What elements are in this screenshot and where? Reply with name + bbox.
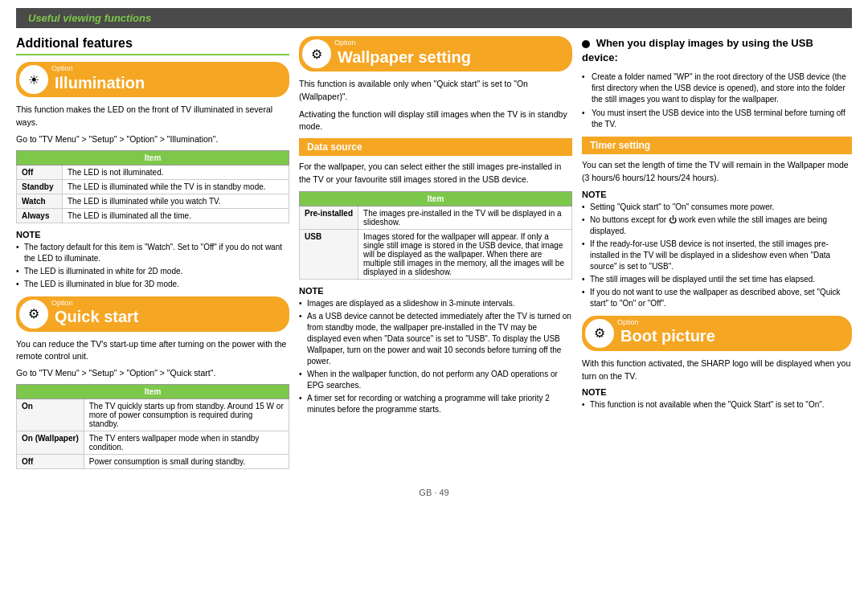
wallpaper-table: Item Pre-installed The images pre-instal… (299, 191, 572, 280)
table-row: On The TV quickly starts up from standby… (17, 399, 289, 431)
mid-column: ⚙ Option Wallpaper setting This function… (299, 36, 572, 422)
table-row: Pre-installed The images pre-installed i… (300, 206, 572, 229)
illumination-table: Item Off The LED is not illuminated. Sta… (16, 150, 289, 223)
right-column: When you display images by using the USB… (582, 36, 852, 417)
table-cell-item: Off (17, 165, 63, 179)
illumination-table-header: Item (17, 150, 289, 165)
illumination-option-header: ☀ Option Illumination (16, 62, 289, 97)
list-item: The still images will be displayed until… (582, 274, 852, 285)
list-item: If the ready-for-use USB device is not i… (582, 239, 852, 272)
list-item: No buttons except for ⏻ work even while … (582, 215, 852, 237)
table-cell-desc: The LED is illuminated all the time. (62, 208, 289, 223)
timer-setting-header: Timer setting (582, 137, 852, 154)
table-cell-item: Watch (17, 194, 63, 208)
list-item: The factory default for this item is "Wa… (16, 242, 289, 264)
table-cell-desc: Power consumption is small during standb… (84, 455, 289, 469)
illumination-icon: ☀ (19, 65, 48, 94)
wallpaper-option-badge: Option (334, 39, 356, 47)
left-column: Additional features ☀ Option Illuminatio… (16, 36, 289, 476)
illumination-note: NOTE The factory default for this item i… (16, 230, 289, 290)
page: Useful viewing functions Additional feat… (0, 0, 868, 513)
timer-note: NOTE Setting "Quick start" to "On" consu… (582, 190, 852, 309)
quickstart-table: Item On The TV quickly starts up from st… (16, 384, 289, 469)
table-cell-item: On (Wallpaper) (17, 431, 84, 455)
wallpaper-note-title: NOTE (299, 286, 572, 296)
list-item: Setting "Quick start" to "On" consumes m… (582, 202, 852, 213)
table-row: Off Power consumption is small during st… (17, 455, 289, 469)
quickstart-body: You can reduce the TV's start-up time af… (16, 338, 289, 364)
table-row: Standby The LED is illuminated while the… (17, 179, 289, 194)
table-row: USB Images stored for the wallpaper will… (300, 229, 572, 279)
quickstart-table-header: Item (17, 385, 289, 399)
bootpicture-option-badge: Option (617, 318, 639, 326)
quickstart-option-badge: Option (51, 299, 73, 307)
list-item: Create a folder named "WP" in the root d… (582, 72, 852, 105)
timer-setting-body: You can set the length of time the TV wi… (582, 159, 852, 185)
table-cell-desc: The images pre-installed in the TV will … (358, 206, 572, 229)
bootpicture-note: NOTE This function is not available when… (582, 387, 852, 411)
top-header: Useful viewing functions (16, 8, 852, 28)
header-title: Useful viewing functions (28, 12, 151, 24)
illumination-note-list: The factory default for this item is "Wa… (16, 242, 289, 290)
list-item: The LED is illuminated in white for 2D m… (16, 266, 289, 277)
table-cell-item: Always (17, 208, 63, 223)
table-row: On (Wallpaper) The TV enters wallpaper m… (17, 431, 289, 455)
section-title: Additional features (16, 36, 289, 55)
list-item: Images are displayed as a slideshow in 3… (299, 298, 572, 309)
table-cell-desc: Images stored for the wallpaper will app… (358, 229, 572, 279)
timer-note-title: NOTE (582, 190, 852, 199)
wallpaper-option-header: ⚙ Option Wallpaper setting (299, 36, 572, 72)
table-cell-item: Standby (17, 179, 63, 194)
table-row: Always The LED is illuminated all the ti… (17, 208, 289, 223)
table-cell-desc: The LED is illuminated while you watch T… (62, 194, 289, 208)
usb-dot-icon (582, 40, 590, 48)
list-item: You must insert the USB device into the … (582, 108, 852, 130)
wallpaper-body1: This function is available only when "Qu… (299, 78, 572, 104)
table-cell-desc: The TV quickly starts up from standby. A… (84, 399, 289, 431)
list-item: If you do not want to use the wallpaper … (582, 287, 852, 309)
bootpicture-icon: ⚙ (585, 319, 614, 348)
bootpicture-note-title: NOTE (582, 387, 852, 397)
wallpaper-note-list: Images are displayed as a slideshow in 3… (299, 298, 572, 415)
illumination-goto: Go to "TV Menu" > "Setup" > "Option" > "… (16, 134, 289, 144)
table-row: Off The LED is not illuminated. (17, 165, 289, 179)
quickstart-icon: ⚙ (19, 300, 48, 329)
wallpaper-icon: ⚙ (302, 39, 331, 68)
quickstart-goto: Go to "TV Menu" > "Setup" > "Option" > "… (16, 368, 289, 378)
wallpaper-table-header: Item (300, 191, 572, 206)
wallpaper-body2: Activating the function will display sti… (299, 108, 572, 134)
page-number: GB · 49 (16, 488, 852, 497)
wallpaper-note: NOTE Images are displayed as a slideshow… (299, 286, 572, 415)
list-item: This function is not available when the … (582, 399, 852, 411)
table-cell-item: Pre-installed (300, 206, 358, 229)
data-source-body: For the wallpaper, you can select either… (299, 161, 572, 186)
list-item: A timer set for recording or watching a … (299, 393, 572, 415)
list-item: As a USB device cannot be detected immed… (299, 311, 572, 367)
table-cell-item: On (17, 399, 84, 431)
table-cell-desc: The TV enters wallpaper mode when in sta… (84, 431, 289, 455)
quickstart-option-header: ⚙ Option Quick start (16, 296, 289, 332)
bootpicture-option-header: ⚙ Option Boot picture (582, 316, 852, 351)
list-item: The LED is illuminated in blue for 3D mo… (16, 279, 289, 290)
usb-bullet-list: Create a folder named "WP" in the root d… (582, 72, 852, 130)
table-cell-desc: The LED is not illuminated. (62, 165, 289, 179)
table-cell-item: USB (300, 229, 358, 279)
list-item: When in the wallpaper function, do not p… (299, 369, 572, 391)
table-cell-desc: The LED is illuminated while the TV is i… (62, 179, 289, 194)
data-source-header: Data source (299, 138, 572, 156)
wallpaper-title: Wallpaper setting (338, 42, 471, 67)
table-row: Watch The LED is illuminated while you w… (17, 194, 289, 208)
illumination-note-title: NOTE (16, 230, 289, 239)
bootpicture-body: With this function activated, the SHARP … (582, 358, 852, 383)
usb-section-title: When you display images by using the USB… (582, 36, 852, 65)
illumination-body: This function makes the LED on the front… (16, 104, 289, 129)
columns-container: Additional features ☀ Option Illuminatio… (16, 36, 852, 476)
table-cell-item: Off (17, 455, 84, 469)
illumination-option-badge: Option (51, 64, 73, 72)
bootpicture-note-list: This function is not available when the … (582, 399, 852, 411)
timer-note-list: Setting "Quick start" to "On" consumes m… (582, 202, 852, 309)
